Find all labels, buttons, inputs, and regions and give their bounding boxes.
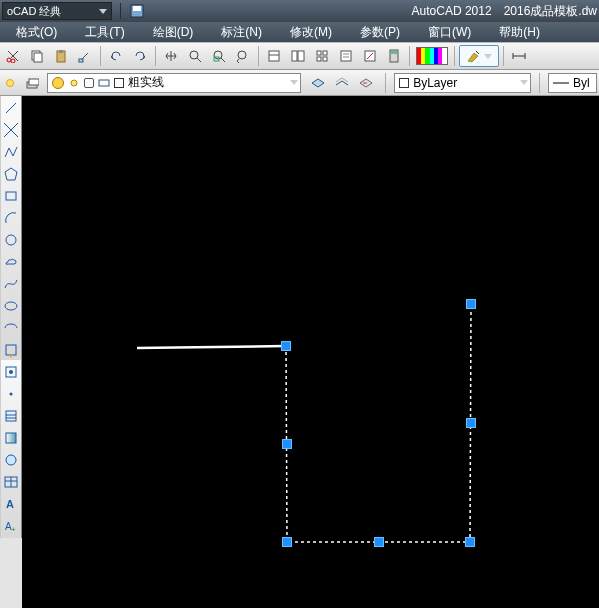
- zoom-previous-icon[interactable]: [232, 45, 254, 67]
- color-square-icon: [399, 78, 409, 88]
- grip-handle[interactable]: [374, 537, 384, 547]
- grip-handle[interactable]: [465, 537, 475, 547]
- svg-point-35: [71, 80, 77, 86]
- plot-icon: [98, 77, 110, 89]
- toolbar-separator: [409, 46, 410, 66]
- svg-point-2: [7, 58, 11, 62]
- match-icon[interactable]: [74, 45, 96, 67]
- chevron-down-icon: [99, 9, 107, 14]
- menu-help[interactable]: 帮助(H): [487, 24, 552, 41]
- layer-dropdown[interactable]: 粗实线: [47, 73, 301, 93]
- zoom-window-icon[interactable]: [208, 45, 230, 67]
- file-name: 2016成品模板.dw: [504, 3, 597, 20]
- grip-handle[interactable]: [281, 341, 291, 351]
- svg-line-10: [197, 58, 201, 62]
- sun-small-icon: [68, 77, 80, 89]
- gradient-icon[interactable]: [1, 428, 21, 448]
- properties-icon[interactable]: [263, 45, 285, 67]
- layer-iso-icon[interactable]: [331, 73, 353, 93]
- point-icon[interactable]: [1, 384, 21, 404]
- layer-states-icon[interactable]: [307, 73, 329, 93]
- rectangle-icon[interactable]: [1, 186, 21, 206]
- divider: [385, 73, 386, 93]
- ellipse-arc-icon[interactable]: [1, 318, 21, 338]
- arc-icon[interactable]: [1, 208, 21, 228]
- sun-icon[interactable]: [2, 75, 18, 91]
- grip-handle[interactable]: [466, 299, 476, 309]
- layer-name: 粗实线: [128, 74, 164, 91]
- drawing-canvas[interactable]: [22, 96, 599, 608]
- design-center-icon[interactable]: [287, 45, 309, 67]
- menu-window[interactable]: 窗口(W): [416, 24, 483, 41]
- measure-icon[interactable]: [508, 45, 530, 67]
- mtext-icon[interactable]: A: [1, 494, 21, 514]
- make-block-icon[interactable]: [1, 362, 21, 382]
- svg-point-47: [9, 370, 13, 374]
- toolbar-separator: [100, 46, 101, 66]
- paint-dropdown[interactable]: [459, 45, 499, 67]
- menu-format[interactable]: 格式(O): [4, 24, 69, 41]
- cut-icon[interactable]: [2, 45, 24, 67]
- copy-icon[interactable]: [26, 45, 48, 67]
- draw-toolbar-2: A A+: [0, 360, 22, 538]
- pan-icon[interactable]: [160, 45, 182, 67]
- tool-palettes-icon[interactable]: [311, 45, 333, 67]
- region-icon[interactable]: [1, 450, 21, 470]
- layer-combo-icon[interactable]: [24, 74, 42, 92]
- svg-rect-34: [29, 79, 39, 85]
- svg-point-48: [10, 393, 13, 396]
- menu-bar[interactable]: 格式(O) 工具(T) 绘图(D) 标注(N) 修改(M) 参数(P) 窗口(W…: [0, 22, 599, 42]
- properties-bar: 粗实线 ByLayer Byl: [0, 70, 599, 96]
- workspace-label: oCAD 经典: [7, 4, 61, 19]
- app-name: AutoCAD 2012: [412, 4, 492, 18]
- paste-icon[interactable]: [50, 45, 72, 67]
- workspace-selector[interactable]: oCAD 经典: [2, 2, 112, 20]
- redo-icon[interactable]: [129, 45, 151, 67]
- divider: [539, 73, 540, 93]
- svg-rect-7: [59, 50, 63, 53]
- menu-tools[interactable]: 工具(T): [73, 24, 136, 41]
- circle-icon[interactable]: [1, 230, 21, 250]
- menu-dimension[interactable]: 标注(N): [209, 24, 274, 41]
- polyline-icon[interactable]: [1, 142, 21, 162]
- menu-draw[interactable]: 绘图(D): [141, 24, 206, 41]
- bulb-icon: [52, 77, 64, 89]
- grip-handle[interactable]: [282, 439, 292, 449]
- polygon-icon[interactable]: [1, 164, 21, 184]
- line-icon[interactable]: [1, 98, 21, 118]
- table-icon[interactable]: [1, 472, 21, 492]
- menu-modify[interactable]: 修改(M): [278, 24, 344, 41]
- grip-handle[interactable]: [466, 418, 476, 428]
- title-bar: oCAD 经典 AutoCAD 2012 2016成品模板.dw: [0, 0, 599, 22]
- grip-handle[interactable]: [282, 537, 292, 547]
- zoom-realtime-icon[interactable]: [184, 45, 206, 67]
- color-swatch[interactable]: [416, 47, 448, 65]
- save-icon[interactable]: [129, 3, 145, 19]
- calculator-icon[interactable]: [383, 45, 405, 67]
- ellipse-icon[interactable]: [1, 296, 21, 316]
- svg-point-44: [5, 302, 17, 310]
- sheet-set-icon[interactable]: [335, 45, 357, 67]
- layer-tool-icons: [307, 73, 377, 93]
- linetype-dropdown[interactable]: ByLayer: [394, 73, 531, 93]
- hatch-icon[interactable]: [1, 406, 21, 426]
- insert-block-icon[interactable]: [1, 340, 21, 360]
- construction-line-icon[interactable]: [1, 120, 21, 140]
- svg-text:A: A: [6, 498, 14, 510]
- svg-rect-8: [79, 59, 83, 62]
- spline-icon[interactable]: [1, 274, 21, 294]
- addselected-icon[interactable]: A+: [1, 516, 21, 536]
- standard-toolbar: [0, 42, 599, 70]
- drawing-svg: [22, 96, 599, 608]
- markup-icon[interactable]: [359, 45, 381, 67]
- chevron-down-icon: [290, 80, 298, 85]
- menu-parametric[interactable]: 参数(P): [348, 24, 412, 41]
- color-square-icon: [114, 78, 124, 88]
- svg-rect-19: [317, 51, 321, 55]
- undo-icon[interactable]: [105, 45, 127, 67]
- revcloud-icon[interactable]: [1, 252, 21, 272]
- lineweight-dropdown[interactable]: Byl: [548, 73, 597, 93]
- svg-rect-18: [298, 51, 304, 61]
- svg-rect-15: [269, 51, 279, 61]
- layer-prev-icon[interactable]: [355, 73, 377, 93]
